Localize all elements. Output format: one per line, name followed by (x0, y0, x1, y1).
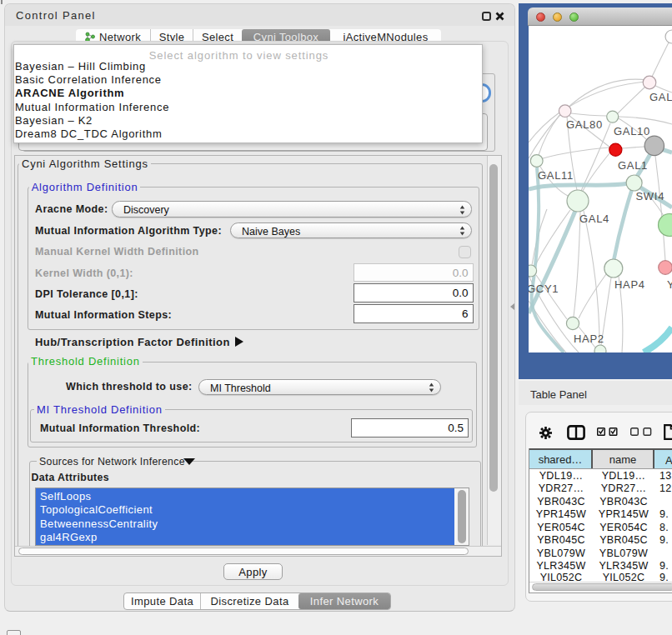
svg-text:GAL10: GAL10 (614, 125, 650, 138)
svg-text:SWI4: SWI4 (636, 190, 665, 202)
svg-text:GAL: GAL (649, 91, 672, 103)
svg-text:HAP4: HAP4 (614, 278, 645, 291)
svg-text:GAL4: GAL4 (579, 212, 609, 225)
svg-text:GAL1: GAL1 (618, 159, 648, 172)
svg-text:GAL80: GAL80 (566, 118, 603, 131)
svg-text:GCY1: GCY1 (529, 282, 559, 295)
svg-text:Y: Y (667, 278, 672, 291)
svg-text:GAL11: GAL11 (538, 169, 574, 182)
svg-text:HAP2: HAP2 (574, 332, 604, 345)
